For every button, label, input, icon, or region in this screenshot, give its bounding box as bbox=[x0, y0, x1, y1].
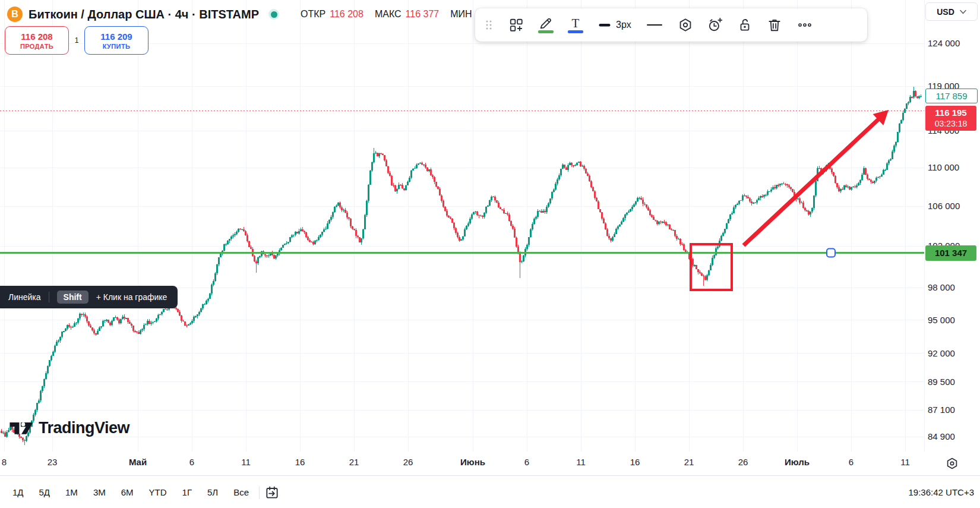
text-icon: T bbox=[572, 17, 580, 29]
price-tick-label: 87 100 bbox=[928, 405, 955, 415]
time-axis[interactable]: 823Май611162126Июнь611162126Июль611 bbox=[0, 452, 924, 475]
price-tick-label: 84 900 bbox=[928, 431, 955, 441]
price-tick-label: 106 000 bbox=[928, 201, 960, 211]
range-button-5л[interactable]: 5Л bbox=[202, 484, 223, 500]
time-tick-label: 11 bbox=[900, 457, 910, 467]
line-style-button[interactable] bbox=[646, 17, 663, 33]
last-price-value: 116 195 bbox=[935, 107, 966, 119]
templates-button[interactable] bbox=[508, 17, 524, 33]
hline-price-badge: 101 347 bbox=[925, 245, 976, 261]
ruler-tooltip: Линейка Shift + Клик на графике bbox=[0, 286, 178, 308]
time-tick-label: 23 bbox=[48, 457, 58, 467]
ohlc-row: ОТКР 116 208 МАКС 116 377 МИН 1 bbox=[301, 9, 489, 20]
candles bbox=[1, 87, 922, 446]
close-price-badge: 117 859 bbox=[925, 89, 978, 103]
time-tick-label: 26 bbox=[738, 457, 748, 467]
time-tick-label: 11 bbox=[576, 457, 586, 467]
range-button-1м[interactable]: 1М bbox=[60, 484, 83, 500]
hline-handle[interactable] bbox=[827, 249, 835, 257]
shift-key-badge: Shift bbox=[57, 291, 88, 304]
time-tick-label: Июнь bbox=[460, 457, 485, 467]
symbol-title[interactable]: Биткоин / Доллар США · 4ч · BITSTAMP bbox=[29, 8, 259, 21]
drag-handle-icon bbox=[483, 18, 494, 32]
bitcoin-icon: B bbox=[7, 7, 23, 22]
calendar-arrow-icon bbox=[264, 485, 280, 500]
time-tick-label: 11 bbox=[241, 457, 251, 467]
price-tick-label: 98 000 bbox=[928, 282, 955, 292]
high-label: МАКС bbox=[375, 9, 402, 20]
thin-line-icon bbox=[646, 17, 663, 33]
price-tick-label: 110 000 bbox=[928, 162, 959, 172]
drawing-toolbar: T 3px bbox=[475, 8, 867, 42]
time-tick-label: 21 bbox=[684, 457, 694, 467]
tradingview-wordmark: TradingView bbox=[39, 419, 129, 437]
settings-button[interactable] bbox=[678, 17, 693, 33]
range-button-1д[interactable]: 1Д bbox=[7, 484, 29, 500]
chart-header: B Биткоин / Доллар США · 4ч · BITSTAMP О… bbox=[7, 5, 489, 24]
delete-button[interactable] bbox=[767, 17, 782, 33]
tradingview-mark-icon bbox=[10, 418, 33, 437]
time-tick-label: 6 bbox=[524, 457, 529, 467]
tradingview-logo[interactable]: TradingView bbox=[10, 418, 129, 437]
currency-value: USD bbox=[937, 7, 954, 17]
tooltip-tool-name: Линейка bbox=[8, 292, 41, 302]
unlock-icon bbox=[737, 17, 753, 33]
time-tick-label: Май bbox=[129, 457, 147, 467]
market-status-icon[interactable] bbox=[268, 9, 279, 20]
axis-settings-corner[interactable] bbox=[924, 452, 980, 475]
time-tick-label: 6 bbox=[849, 457, 853, 467]
add-alert-button[interactable] bbox=[707, 17, 723, 33]
toolbar-drag-handle[interactable] bbox=[483, 18, 494, 32]
ellipsis-icon bbox=[796, 17, 813, 33]
candlestick-chart[interactable] bbox=[0, 0, 924, 452]
line-color-swatch bbox=[538, 30, 554, 33]
currency-selector[interactable]: USD bbox=[925, 2, 978, 21]
range-button-6м[interactable]: 6М bbox=[116, 484, 139, 500]
go-to-date-button[interactable] bbox=[264, 485, 280, 500]
trash-icon bbox=[767, 17, 782, 33]
text-color-button[interactable]: T bbox=[568, 17, 583, 33]
time-tick-label: 26 bbox=[403, 457, 413, 467]
hexagon-settings-icon bbox=[678, 17, 693, 33]
line-color-button[interactable] bbox=[538, 17, 554, 33]
price-axis[interactable]: 84 90087 10089 50092 00095 00098 000102 … bbox=[924, 0, 980, 452]
low-label: МИН bbox=[450, 9, 472, 20]
lock-button[interactable] bbox=[737, 17, 753, 33]
order-buttons: 116 208 ПРОДАТЬ 1 116 209 КУПИТЬ bbox=[5, 26, 148, 55]
range-button-1г[interactable]: 1Г bbox=[177, 484, 197, 500]
tooltip-divider bbox=[49, 292, 49, 302]
pencil-icon bbox=[538, 17, 554, 29]
clock-utc[interactable]: 19:36:42 UTC+3 bbox=[909, 476, 975, 508]
sell-button[interactable]: 116 208 ПРОДАТЬ bbox=[5, 26, 69, 55]
time-tick-label: Июль bbox=[785, 457, 810, 467]
chart-plot-area[interactable] bbox=[0, 0, 924, 452]
open-label: ОТКР bbox=[301, 9, 325, 20]
open-value: 116 208 bbox=[330, 9, 363, 20]
market-open-dot bbox=[271, 11, 277, 18]
thick-line-icon bbox=[598, 17, 612, 33]
bar-countdown: 03:23:18 bbox=[935, 119, 968, 129]
text-color-swatch bbox=[568, 30, 583, 33]
tooltip-suffix: + Клик на графике bbox=[96, 292, 167, 302]
more-button[interactable] bbox=[796, 17, 813, 33]
high-value: 116 377 bbox=[406, 9, 440, 20]
price-tick-label: 124 000 bbox=[928, 38, 960, 48]
grid-plus-icon bbox=[508, 17, 524, 33]
line-width-value: 3px bbox=[616, 20, 631, 30]
range-button-все[interactable]: Все bbox=[228, 484, 254, 500]
range-button-ytd[interactable]: YTD bbox=[144, 484, 172, 500]
hexagon-settings-icon[interactable] bbox=[945, 456, 959, 471]
chevron-down-icon bbox=[960, 10, 966, 14]
range-button-5д[interactable]: 5Д bbox=[34, 484, 56, 500]
buy-button[interactable]: 116 209 КУПИТЬ bbox=[84, 26, 148, 55]
time-tick-label: 16 bbox=[295, 457, 305, 467]
range-button-3м[interactable]: 3М bbox=[88, 484, 111, 500]
alarm-clock-plus-icon bbox=[707, 17, 723, 33]
toolbar-divider bbox=[259, 486, 260, 499]
time-tick-label: 8 bbox=[2, 457, 7, 467]
date-range-buttons: 1Д5Д1М3М6МYTD1Г5ЛВсе bbox=[7, 484, 254, 500]
sell-label: ПРОДАТЬ bbox=[20, 43, 53, 50]
price-tick-label: 89 500 bbox=[928, 377, 955, 387]
line-width-button[interactable]: 3px bbox=[598, 17, 631, 33]
bottom-toolbar: 1Д5Д1М3М6МYTD1Г5ЛВсе 19:36:42 UTC+3 bbox=[0, 475, 980, 508]
